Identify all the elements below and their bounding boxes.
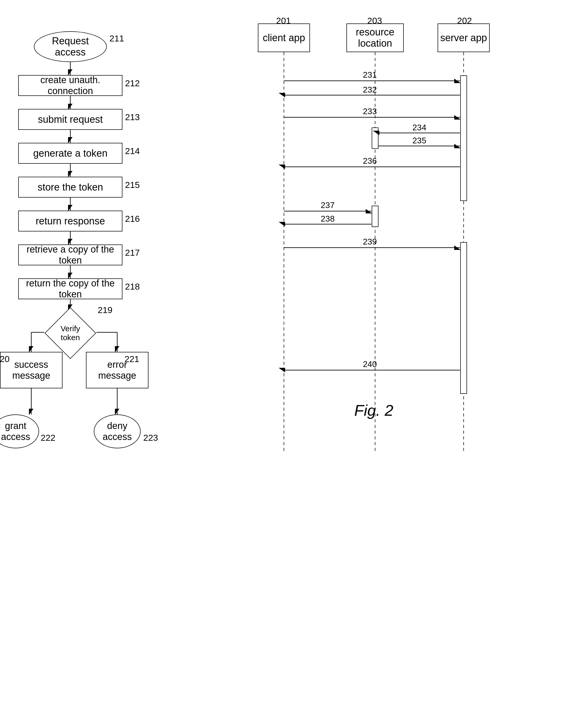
svg-text:233: 233: [363, 107, 377, 116]
ref-223: 223: [143, 433, 158, 443]
ref-221: 221: [125, 354, 139, 364]
flowchart: Request access 211 create unauth. connec…: [16, 16, 250, 712]
node-retrieve-copy: retrieve a copy of the token: [18, 244, 122, 265]
node-generate-token: generate a token: [18, 143, 122, 164]
node-submit-request: submit request: [18, 109, 122, 130]
sequence-diagram: 231 232 233 234 235 236 237 238: [250, 16, 550, 712]
svg-rect-22: [372, 128, 378, 149]
svg-rect-24: [460, 242, 467, 394]
ref-202: 202: [457, 16, 472, 26]
svg-rect-21: [460, 76, 467, 201]
svg-text:234: 234: [412, 123, 426, 132]
svg-text:235: 235: [412, 136, 426, 145]
figure-label: Fig. 2: [354, 401, 393, 419]
ref-203: 203: [367, 16, 382, 26]
ref-222: 222: [41, 433, 56, 443]
svg-text:238: 238: [320, 214, 334, 223]
ref-218: 218: [125, 282, 140, 292]
ref-201: 201: [276, 16, 291, 26]
node-create-unauth: create unauth. connection: [18, 75, 122, 96]
svg-text:239: 239: [363, 237, 377, 246]
ref-214: 214: [125, 146, 140, 156]
svg-text:237: 237: [320, 200, 334, 210]
actor-server-app: server app: [438, 23, 490, 52]
node-grant-access: grant access: [0, 414, 39, 448]
node-verify-token: Verify token: [44, 307, 96, 359]
ref-211: 211: [109, 33, 124, 44]
node-request-access: Request access: [34, 31, 107, 62]
node-return-copy: return the copy of the token: [18, 278, 122, 299]
node-return-response: return response: [18, 211, 122, 231]
ref-217: 217: [125, 248, 140, 258]
sequence-svg: 231 232 233 234 235 236 237 238: [250, 16, 550, 712]
ref-215: 215: [125, 180, 140, 190]
svg-text:236: 236: [363, 156, 377, 166]
actor-resource-location: resource location: [346, 23, 404, 52]
ref-212: 212: [125, 78, 140, 88]
actor-client-app: client app: [258, 23, 310, 52]
svg-rect-23: [372, 206, 378, 227]
svg-text:231: 231: [363, 70, 377, 79]
ref-219: 219: [98, 305, 113, 315]
ref-213: 213: [125, 112, 140, 122]
ref-220: 220: [0, 354, 10, 364]
ref-216: 216: [125, 214, 140, 224]
svg-text:240: 240: [363, 359, 377, 369]
diagram-container: Request access 211 create unauth. connec…: [0, 0, 566, 728]
svg-text:232: 232: [363, 85, 377, 94]
node-deny-access: deny access: [94, 414, 141, 448]
node-store-token: store the token: [18, 177, 122, 198]
